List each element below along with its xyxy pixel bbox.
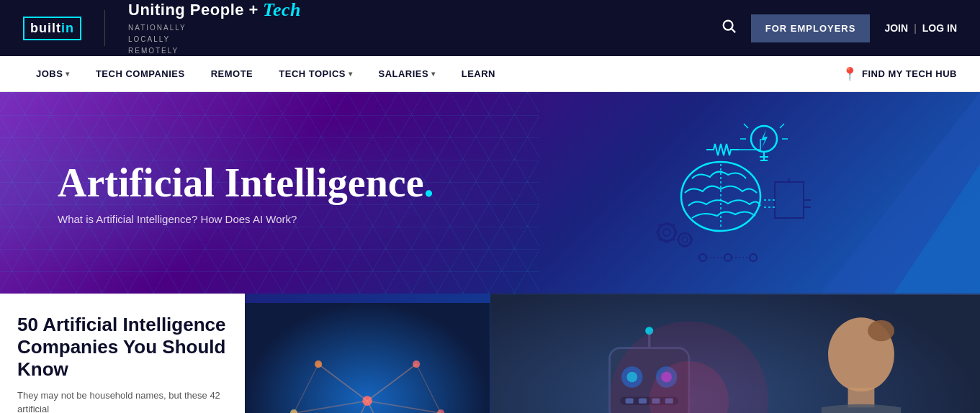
nav-tech-topics-label: TECH TOPICS (279, 68, 346, 79)
built-text: built (30, 21, 61, 35)
location-pin-icon: 📍 (842, 66, 858, 82)
articles-section: 50 Artificial Intelligence Companies You… (0, 294, 980, 413)
nav-jobs[interactable]: JOBS ▾ (23, 56, 83, 92)
nav-find-hub[interactable]: 📍 FIND MY TECH HUB (842, 66, 957, 82)
in-text: in (61, 21, 74, 35)
article-image-right (490, 294, 981, 413)
svg-point-28 (699, 254, 706, 261)
svg-line-20 (673, 224, 675, 226)
nav-salaries-label: SALARIES (378, 68, 428, 79)
hero-content: Artificial Intelligence. What is Artific… (58, 161, 434, 225)
hero-subtitle: What is Artificial Intelligence? How Doe… (58, 212, 434, 224)
brand-tagline: Uniting People + Tech NATIONALLY LOCALLY… (128, 0, 301, 57)
nav-remote[interactable]: REMOTE (198, 56, 266, 92)
nav-items: JOBS ▾ TECH COMPANIES REMOTE TECH TOPICS… (23, 56, 842, 92)
tagline-sub: NATIONALLY LOCALLY REMOTELY (128, 22, 301, 57)
svg-point-0 (723, 21, 732, 30)
svg-point-23 (682, 237, 688, 242)
hero-title-text: Artificial Intelligence (58, 160, 424, 205)
articles-row: 50 Artificial Intelligence Companies You… (0, 294, 980, 413)
svg-line-19 (673, 239, 675, 240)
hero-illustration (634, 106, 822, 279)
sub-line1: NATIONALLY (128, 24, 186, 32)
hero-banner: Artificial Intelligence. What is Artific… (0, 92, 980, 294)
join-link[interactable]: JOIN (884, 22, 908, 34)
nav-tech-companies-label: TECH COMPANIES (96, 68, 185, 79)
network-svg (245, 294, 490, 413)
salaries-chevron-icon: ▾ (431, 70, 436, 78)
svg-point-30 (750, 254, 757, 261)
search-icon (721, 18, 737, 34)
svg-line-8 (780, 124, 784, 128)
svg-point-22 (678, 233, 691, 246)
header-right: FOR EMPLOYERS JOIN | LOG IN (721, 14, 957, 42)
for-employers-button[interactable]: FOR EMPLOYERS (751, 14, 871, 42)
top-header: builtin Uniting People + Tech NATIONALLY… (0, 0, 980, 56)
builtin-logomark: builtin (23, 17, 81, 40)
nav-salaries[interactable]: SALARIES ▾ (365, 56, 448, 92)
logo-area: builtin Uniting People + Tech NATIONALLY… (23, 0, 301, 57)
article-image-left (245, 294, 490, 413)
nav-remote-label: REMOTE (211, 68, 253, 79)
robot-svg (490, 294, 981, 413)
svg-line-1 (732, 29, 735, 32)
nav-bar: JOBS ▾ TECH COMPANIES REMOTE TECH TOPICS… (0, 56, 980, 92)
hero-title-dot: . (424, 160, 434, 205)
search-button[interactable] (721, 18, 737, 38)
find-hub-label: FIND MY TECH HUB (862, 68, 957, 79)
svg-line-6 (744, 124, 748, 128)
nav-tech-companies[interactable]: TECH COMPANIES (83, 56, 198, 92)
article-card-right[interactable] (490, 294, 981, 413)
hero-title: Artificial Intelligence. (58, 161, 434, 206)
tech-topics-chevron-icon: ▾ (349, 70, 353, 78)
builtin-logo[interactable]: builtin (23, 17, 81, 40)
tagline-main: Uniting People + Tech (128, 0, 301, 21)
article-text-left: 50 Artificial Intelligence Companies You… (0, 294, 245, 413)
nav-jobs-label: JOBS (36, 68, 63, 79)
ai-brain-svg (634, 106, 822, 279)
nav-tech-topics[interactable]: TECH TOPICS ▾ (266, 56, 365, 92)
svg-point-12 (658, 224, 675, 241)
article-card-left[interactable]: 50 Artificial Intelligence Companies You… (0, 294, 490, 413)
article-excerpt-left: They may not be household names, but the… (17, 389, 228, 413)
svg-line-18 (659, 224, 660, 226)
nav-learn[interactable]: LEARN (449, 56, 508, 92)
svg-point-13 (663, 229, 670, 236)
nav-learn-label: LEARN (462, 68, 495, 79)
hero-triangle-right2 (894, 164, 980, 294)
uniting-people-text: Uniting People + (128, 1, 259, 19)
svg-rect-33 (775, 182, 804, 218)
svg-line-21 (659, 239, 660, 240)
auth-separator: | (914, 22, 917, 34)
login-link[interactable]: LOG IN (922, 22, 957, 34)
svg-point-29 (724, 254, 732, 261)
tech-text: Tech (263, 0, 301, 21)
jobs-chevron-icon: ▾ (66, 70, 70, 78)
auth-links: JOIN | LOG IN (884, 22, 957, 34)
sub-line3: REMOTELY (128, 47, 179, 55)
header-divider (104, 10, 105, 46)
article-title-left: 50 Artificial Intelligence Companies You… (17, 314, 228, 381)
svg-point-74 (868, 320, 894, 341)
sub-line2: LOCALLY (128, 35, 170, 43)
